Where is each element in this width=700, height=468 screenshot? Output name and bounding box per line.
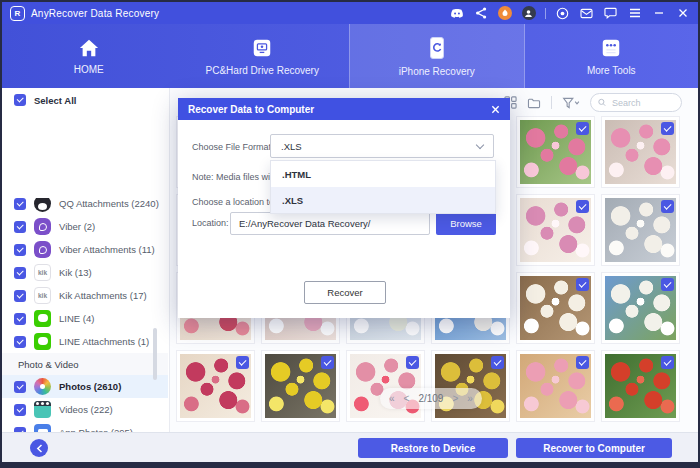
recover-button[interactable]: Recover (304, 281, 386, 304)
photo-thumbnail[interactable] (516, 350, 595, 422)
location-input[interactable]: E:/AnyRecover Data Recovery/ (230, 212, 430, 235)
restore-to-device-button[interactable]: Restore to Device (358, 438, 508, 458)
account-icon[interactable] (521, 6, 536, 21)
discord-icon[interactable] (449, 6, 464, 21)
selected-check-badge[interactable] (576, 278, 589, 291)
tab-label: HOME (74, 64, 104, 75)
minimize-icon[interactable] (651, 6, 666, 21)
item-checkbox[interactable] (14, 313, 26, 325)
selected-check-badge[interactable] (576, 122, 589, 135)
item-checkbox[interactable] (14, 267, 26, 279)
selected-check-badge[interactable] (661, 200, 674, 213)
prev-page-button[interactable]: < (404, 394, 410, 404)
selected-check-badge[interactable] (661, 278, 674, 291)
selected-check-badge[interactable] (406, 356, 419, 369)
iphone-recovery-icon (429, 36, 445, 60)
sidebar-item-line[interactable]: LINE (4) (2, 307, 168, 330)
photo-thumbnail[interactable] (601, 350, 680, 422)
tab-home[interactable]: HOME (2, 24, 176, 88)
photo-thumbnail[interactable] (346, 350, 425, 422)
dropdown-option-html[interactable]: .HTML (271, 161, 495, 187)
close-icon[interactable] (675, 6, 690, 21)
support-icon[interactable] (555, 6, 570, 21)
item-checkbox[interactable] (14, 198, 26, 210)
search-input[interactable] (610, 97, 674, 109)
photo-thumbnail[interactable] (176, 350, 255, 422)
app-window: R AnyRecover Data Recovery HOMEPC&Hard D… (2, 2, 698, 462)
filter-icon[interactable] (562, 97, 580, 109)
back-button[interactable] (30, 439, 48, 457)
viber-icon (34, 241, 51, 258)
menu-icon[interactable] (627, 6, 642, 21)
share-icon[interactable] (473, 6, 488, 21)
file-format-select[interactable]: .XLS (270, 134, 494, 158)
next-page-button[interactable]: > (452, 394, 458, 404)
sidebar-item-line[interactable]: LINE Attachments (1) (2, 330, 168, 353)
location-label: Location: (192, 218, 229, 228)
last-page-button[interactable]: » (467, 394, 473, 404)
feedback-icon[interactable] (603, 6, 618, 21)
pc-recovery-icon (251, 37, 273, 59)
select-all-label: Select All (34, 95, 76, 106)
sidebar-scrollbar[interactable] (153, 328, 157, 380)
item-checkbox[interactable] (14, 404, 26, 416)
item-checkbox[interactable] (14, 221, 26, 233)
folder-view-icon[interactable] (527, 97, 541, 109)
line-icon (34, 310, 51, 327)
selected-check-badge[interactable] (576, 356, 589, 369)
home-icon (78, 38, 100, 58)
item-label: Viber Attachments (11) (59, 244, 155, 255)
select-all-row[interactable]: Select All (2, 88, 169, 112)
selected-check-badge[interactable] (321, 356, 334, 369)
tab-label: iPhone Recovery (399, 66, 475, 77)
title-bar: R AnyRecover Data Recovery (2, 2, 698, 24)
sidebar-item-app-photos[interactable]: App Photos (295) (2, 421, 168, 432)
mail-icon[interactable] (579, 6, 594, 21)
browse-button[interactable]: Browse (436, 212, 496, 235)
item-checkbox[interactable] (14, 244, 26, 256)
location-hint-text: Choose a location to s (192, 197, 281, 207)
first-page-button[interactable]: « (389, 394, 395, 404)
photo-thumbnail[interactable] (516, 194, 595, 266)
item-label: LINE Attachments (1) (59, 336, 149, 347)
gift-icon[interactable] (497, 6, 512, 21)
sidebar-category-list: QQ Attachments (2240)Viber (2)Viber Atta… (2, 198, 168, 432)
photo-thumbnail[interactable] (431, 350, 510, 422)
selected-check-badge[interactable] (491, 356, 504, 369)
tab-pc-hard-drive-recovery[interactable]: PC&Hard Drive Recovery (176, 24, 350, 88)
sidebar-item-qq[interactable]: QQ Attachments (2240) (2, 198, 168, 215)
selected-check-badge[interactable] (576, 200, 589, 213)
photo-thumbnail[interactable] (516, 116, 595, 188)
tab-iphone-recovery[interactable]: iPhone Recovery (349, 24, 525, 88)
item-checkbox[interactable] (14, 381, 26, 393)
sidebar-item-kik[interactable]: Kik Attachments (17) (2, 284, 168, 307)
recover-to-computer-button[interactable]: Recover to Computer (516, 438, 672, 458)
sidebar: Select All QQ Attachments (2240)Viber (2… (2, 88, 170, 432)
selected-check-badge[interactable] (661, 122, 674, 135)
selected-check-badge[interactable] (236, 356, 249, 369)
dropdown-option-xls[interactable]: .XLS (271, 187, 495, 213)
photo-thumbnail[interactable] (601, 272, 680, 344)
select-all-checkbox[interactable] (14, 94, 26, 106)
tab-more-tools[interactable]: More Tools (525, 24, 699, 88)
dialog-close-icon[interactable] (491, 105, 500, 114)
item-label: LINE (4) (59, 313, 94, 324)
page-indicator: 2/109 (418, 393, 443, 404)
item-checkbox[interactable] (14, 336, 26, 348)
app-title: AnyRecover Data Recovery (31, 8, 159, 19)
photo-thumbnail[interactable] (261, 350, 340, 422)
item-label: Viber (2) (59, 221, 95, 232)
photo-thumbnail[interactable] (516, 272, 595, 344)
selected-check-badge[interactable] (661, 356, 674, 369)
item-checkbox[interactable] (14, 290, 26, 302)
photo-thumbnail[interactable] (601, 194, 680, 266)
sidebar-item-kik[interactable]: Kik (13) (2, 261, 168, 284)
item-label: Kik Attachments (17) (59, 290, 147, 301)
recover-dialog: Recover Data to Computer Choose File For… (178, 98, 510, 318)
sidebar-item-viber[interactable]: Viber (2) (2, 215, 168, 238)
sidebar-item-photos[interactable]: Photos (2610) (2, 375, 168, 398)
sidebar-item-videos[interactable]: Videos (222) (2, 398, 168, 421)
sidebar-item-viber[interactable]: Viber Attachments (11) (2, 238, 168, 261)
photo-thumbnail[interactable] (601, 116, 680, 188)
kik-icon (34, 287, 51, 304)
